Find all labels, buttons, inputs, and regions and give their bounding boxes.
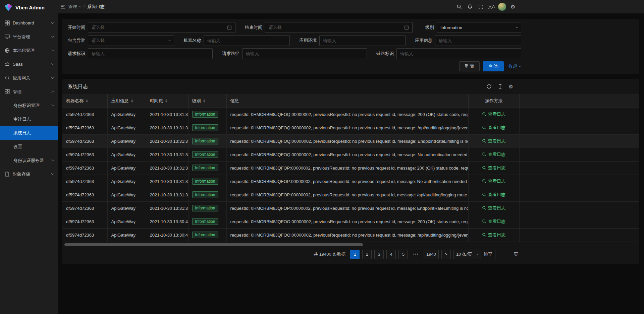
search-icon[interactable] [454,0,465,13]
sort-icons[interactable] [131,99,133,103]
collapse-link[interactable]: 收起 [508,63,521,69]
sidebar-item-object-storage[interactable]: 对象存储 [0,167,58,181]
view-log-link[interactable]: 查看日志 [482,192,505,198]
exception-select[interactable]: 请选择 [88,35,174,46]
view-log-link[interactable]: 查看日志 [482,165,505,171]
view-log-link[interactable]: 查看日志 [482,232,505,238]
level-badge: Information [192,138,218,144]
exception-label: 包含异常 [68,38,88,44]
cell-machine-name: df5974d72363 [62,215,107,228]
filter-actions: 重 置 查 询 收起 [68,61,521,71]
cell-filler [519,161,639,175]
sidebar-item-platform[interactable]: 平台管理 [0,30,58,44]
scrollbar-thumb[interactable] [64,243,363,246]
header-actions: 文A ⚙ [454,0,518,13]
col-timestamp[interactable]: 时间戳 [146,94,188,108]
chevron-up-icon [51,91,54,93]
view-log-link[interactable]: 查看日志 [482,178,505,184]
col-action: 操作方法 [468,94,519,108]
sidebar-item-saas[interactable]: Saas [0,57,58,71]
sidebar-item-localization[interactable]: 本地化管理 [0,44,58,57]
bell-icon[interactable] [465,0,475,13]
menu-fold-icon[interactable] [58,0,68,13]
breadcrumb-parent[interactable]: 管理 [68,4,77,10]
chevron-down-icon [79,5,82,7]
sidebar-item-system-logs[interactable]: 系统日志 [0,126,58,140]
sort-icons[interactable] [203,99,205,103]
top-header-bar: 管理 / 系统日志 文A ⚙ [58,0,644,13]
column-height-icon[interactable] [497,84,503,89]
view-log-link[interactable]: 查看日志 [482,205,505,211]
end-time-datepicker[interactable]: 请选择 [265,22,413,33]
view-log-link[interactable]: 查看日志 [482,111,505,117]
logo[interactable]: Vben Admin [0,0,58,15]
page-button-5[interactable]: 5 [398,250,408,259]
trace-id-text-input[interactable] [400,51,518,56]
cell-app-info: ApiGateWay [107,161,146,175]
view-log-link[interactable]: 查看日志 [482,138,505,144]
column-settings-gear-icon[interactable]: ⚙ [508,83,513,90]
page-button-2[interactable]: 2 [362,250,372,259]
view-log-link[interactable]: 查看日志 [482,151,505,158]
reset-button[interactable]: 重 置 [459,61,480,71]
level-badge: Information [192,178,218,185]
cell-timestamp: 2021-10-30 13:30:44 [146,228,188,242]
table-header-row: 机器名称 应用信息 时间戳 级别 信息 操作方法 [62,94,639,108]
trace-id-input[interactable] [396,48,521,59]
refresh-icon[interactable] [486,84,492,89]
request-id-text-input[interactable] [92,51,209,56]
next-page-button[interactable]: > [441,250,451,259]
sidebar-item-audit-logs[interactable]: 审计日志 [0,112,58,126]
app-env-text-input[interactable] [323,38,402,43]
page-size-select[interactable]: 10 条/页 [453,250,481,259]
sidebar-item-dashboard[interactable]: Dashboard [0,16,58,30]
chevron-down-icon [51,62,54,65]
sidebar-item-identity-server[interactable]: 身份认证服务器 [0,153,58,167]
view-log-link[interactable]: 查看日志 [482,125,505,131]
horizontal-scrollbar[interactable] [64,243,638,246]
level-select-value: Information [440,25,516,30]
query-button[interactable]: 查 询 [483,61,504,71]
sort-icons[interactable] [86,99,88,103]
settings-gear-icon[interactable]: ⚙ [507,0,518,13]
cell-message: requestId: 0HMCRBM8JQFOQ:00000002, previ… [226,134,468,148]
translate-icon[interactable]: 文A [486,0,497,13]
jump-page-input[interactable] [495,250,511,259]
start-time-datepicker[interactable]: 请选择 [88,22,235,33]
level-select[interactable]: Information [437,22,521,33]
page-button-1[interactable]: 1 [350,250,360,259]
level-field: 级别 Information [422,22,521,33]
table-row: df5974d72363ApiGateWay2021-10-30 13:30:4… [62,215,639,228]
request-id-input[interactable] [88,48,213,59]
sidebar-item-gateway[interactable]: 应用网关 [0,71,58,85]
sidebar-item-manage[interactable]: 管理 [0,85,58,99]
avatar[interactable] [497,0,507,13]
col-message: 信息 [226,94,468,108]
trace-id-label: 链路标识 [376,51,396,57]
app-info-input[interactable] [435,35,521,46]
sidebar-item-label: 平台管理 [13,34,49,40]
page-button-3[interactable]: 3 [374,250,384,259]
gateway-icon [5,75,10,80]
chevron-down-icon [51,76,54,79]
machine-name-text-input[interactable] [207,38,286,43]
col-level[interactable]: 级别 [188,94,226,108]
app-env-input[interactable] [319,35,406,46]
sort-icons[interactable] [165,99,167,103]
request-path-input[interactable] [242,48,367,59]
col-app-info[interactable]: 应用信息 [107,94,146,108]
view-log-label: 查看日志 [488,111,505,117]
col-machine-name[interactable]: 机器名称 [62,94,107,108]
fullscreen-icon[interactable] [475,0,486,13]
cell-timestamp: 2021-10-30 13:31:36 [146,201,188,215]
search-icon [482,179,486,183]
cell-machine-name: df5974d72363 [62,121,107,134]
sidebar-item-identity-management[interactable]: 身份标识管理 [0,99,58,112]
machine-name-input[interactable] [204,35,290,46]
page-button-1940[interactable]: 1940 [424,250,439,259]
sidebar-item-settings[interactable]: 设置 [0,140,58,153]
view-log-link[interactable]: 查看日志 [482,218,505,225]
request-path-text-input[interactable] [246,51,363,56]
app-info-text-input[interactable] [439,38,518,43]
page-button-4[interactable]: 4 [386,250,396,259]
